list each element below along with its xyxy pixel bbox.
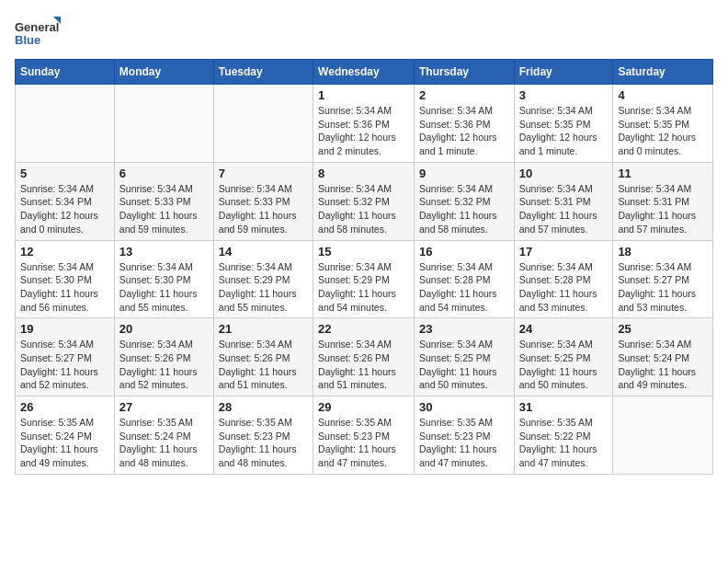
day-info: Sunrise: 5:34 AM Sunset: 5:29 PM Dayligh…	[318, 260, 409, 315]
day-number: 27	[119, 400, 209, 414]
calendar-cell: 17Sunrise: 5:34 AM Sunset: 5:28 PM Dayli…	[514, 240, 613, 318]
day-number: 6	[119, 167, 209, 180]
weekday-header-monday: Monday	[114, 60, 213, 85]
calendar-cell: 18Sunrise: 5:34 AM Sunset: 5:27 PM Dayli…	[613, 240, 713, 318]
calendar-cell: 2Sunrise: 5:34 AM Sunset: 5:36 PM Daylig…	[414, 85, 514, 163]
day-number: 13	[119, 245, 209, 259]
day-info: Sunrise: 5:34 AM Sunset: 5:31 PM Dayligh…	[519, 182, 609, 236]
svg-text:Blue: Blue	[15, 33, 40, 47]
calendar-header-row: SundayMondayTuesdayWednesdayThursdayFrid…	[16, 60, 713, 85]
day-number: 5	[20, 167, 109, 180]
calendar-cell: 20Sunrise: 5:34 AM Sunset: 5:26 PM Dayli…	[114, 318, 213, 396]
day-number: 26	[20, 400, 109, 414]
day-info: Sunrise: 5:34 AM Sunset: 5:28 PM Dayligh…	[519, 260, 609, 315]
calendar-cell: 29Sunrise: 5:35 AM Sunset: 5:23 PM Dayli…	[313, 396, 415, 475]
day-number: 21	[219, 322, 308, 336]
day-info: Sunrise: 5:34 AM Sunset: 5:25 PM Dayligh…	[419, 338, 509, 392]
day-info: Sunrise: 5:34 AM Sunset: 5:30 PM Dayligh…	[119, 260, 209, 315]
day-number: 28	[219, 400, 308, 414]
calendar-cell: 6Sunrise: 5:34 AM Sunset: 5:33 PM Daylig…	[114, 162, 213, 240]
calendar-cell: 16Sunrise: 5:34 AM Sunset: 5:28 PM Dayli…	[414, 240, 514, 318]
weekday-header-tuesday: Tuesday	[213, 60, 313, 85]
calendar-cell: 8Sunrise: 5:34 AM Sunset: 5:32 PM Daylig…	[313, 162, 415, 240]
day-number: 1	[318, 88, 409, 102]
calendar-week-row: 1Sunrise: 5:34 AM Sunset: 5:36 PM Daylig…	[16, 85, 713, 163]
day-info: Sunrise: 5:34 AM Sunset: 5:26 PM Dayligh…	[318, 338, 409, 392]
day-info: Sunrise: 5:35 AM Sunset: 5:22 PM Dayligh…	[519, 416, 609, 470]
day-number: 29	[318, 400, 409, 414]
calendar-cell: 7Sunrise: 5:34 AM Sunset: 5:33 PM Daylig…	[213, 162, 313, 240]
calendar-week-row: 19Sunrise: 5:34 AM Sunset: 5:27 PM Dayli…	[16, 318, 713, 396]
day-number: 25	[618, 322, 708, 336]
calendar-cell: 19Sunrise: 5:34 AM Sunset: 5:27 PM Dayli…	[16, 318, 115, 396]
day-info: Sunrise: 5:35 AM Sunset: 5:23 PM Dayligh…	[219, 416, 308, 470]
day-info: Sunrise: 5:35 AM Sunset: 5:24 PM Dayligh…	[119, 416, 209, 470]
calendar-cell: 26Sunrise: 5:35 AM Sunset: 5:24 PM Dayli…	[16, 396, 115, 475]
calendar-cell: 22Sunrise: 5:34 AM Sunset: 5:26 PM Dayli…	[313, 318, 415, 396]
calendar-cell: 28Sunrise: 5:35 AM Sunset: 5:23 PM Dayli…	[213, 396, 313, 475]
day-number: 10	[519, 167, 609, 180]
day-number: 15	[318, 245, 409, 259]
calendar-cell: 13Sunrise: 5:34 AM Sunset: 5:30 PM Dayli…	[114, 240, 213, 318]
day-info: Sunrise: 5:34 AM Sunset: 5:26 PM Dayligh…	[219, 338, 308, 392]
calendar-cell	[213, 85, 313, 163]
day-number: 14	[219, 245, 308, 259]
calendar-week-row: 12Sunrise: 5:34 AM Sunset: 5:30 PM Dayli…	[16, 240, 713, 318]
day-info: Sunrise: 5:35 AM Sunset: 5:23 PM Dayligh…	[419, 416, 509, 470]
calendar-week-row: 5Sunrise: 5:34 AM Sunset: 5:34 PM Daylig…	[16, 162, 713, 240]
calendar-cell	[114, 85, 213, 163]
day-info: Sunrise: 5:34 AM Sunset: 5:32 PM Dayligh…	[419, 182, 509, 236]
calendar-cell: 31Sunrise: 5:35 AM Sunset: 5:22 PM Dayli…	[514, 396, 613, 475]
weekday-header-wednesday: Wednesday	[313, 60, 415, 85]
day-info: Sunrise: 5:34 AM Sunset: 5:32 PM Dayligh…	[318, 182, 409, 236]
calendar-cell: 5Sunrise: 5:34 AM Sunset: 5:34 PM Daylig…	[16, 162, 115, 240]
day-info: Sunrise: 5:34 AM Sunset: 5:27 PM Dayligh…	[20, 338, 109, 392]
calendar-cell: 30Sunrise: 5:35 AM Sunset: 5:23 PM Dayli…	[414, 396, 514, 475]
calendar-cell: 25Sunrise: 5:34 AM Sunset: 5:24 PM Dayli…	[613, 318, 713, 396]
day-info: Sunrise: 5:34 AM Sunset: 5:34 PM Dayligh…	[20, 182, 109, 236]
day-number: 4	[618, 88, 708, 102]
logo-svg: General Blue	[15, 15, 61, 52]
calendar-cell: 10Sunrise: 5:34 AM Sunset: 5:31 PM Dayli…	[514, 162, 613, 240]
day-number: 17	[519, 245, 609, 259]
day-info: Sunrise: 5:34 AM Sunset: 5:26 PM Dayligh…	[119, 338, 209, 392]
day-number: 8	[318, 167, 409, 180]
calendar-cell	[613, 396, 713, 475]
day-number: 19	[20, 322, 109, 336]
day-number: 30	[419, 400, 509, 414]
day-info: Sunrise: 5:35 AM Sunset: 5:24 PM Dayligh…	[20, 416, 109, 470]
weekday-header-friday: Friday	[514, 60, 613, 85]
calendar-cell: 3Sunrise: 5:34 AM Sunset: 5:35 PM Daylig…	[514, 85, 613, 163]
day-info: Sunrise: 5:34 AM Sunset: 5:33 PM Dayligh…	[219, 182, 308, 236]
day-number: 7	[219, 167, 308, 180]
day-number: 23	[419, 322, 509, 336]
day-number: 16	[419, 245, 509, 259]
calendar-cell: 15Sunrise: 5:34 AM Sunset: 5:29 PM Dayli…	[313, 240, 415, 318]
day-number: 2	[419, 88, 509, 102]
logo: General Blue	[15, 15, 61, 52]
day-info: Sunrise: 5:35 AM Sunset: 5:23 PM Dayligh…	[318, 416, 409, 470]
weekday-header-saturday: Saturday	[613, 60, 713, 85]
day-number: 20	[119, 322, 209, 336]
day-number: 22	[318, 322, 409, 336]
weekday-header-thursday: Thursday	[414, 60, 514, 85]
calendar-cell: 23Sunrise: 5:34 AM Sunset: 5:25 PM Dayli…	[414, 318, 514, 396]
page-header: General Blue	[15, 15, 713, 52]
weekday-header-sunday: Sunday	[16, 60, 115, 85]
day-number: 9	[419, 167, 509, 180]
day-info: Sunrise: 5:34 AM Sunset: 5:27 PM Dayligh…	[618, 260, 708, 315]
calendar-cell: 1Sunrise: 5:34 AM Sunset: 5:36 PM Daylig…	[313, 85, 415, 163]
day-number: 31	[519, 400, 609, 414]
calendar-cell: 11Sunrise: 5:34 AM Sunset: 5:31 PM Dayli…	[613, 162, 713, 240]
calendar-cell: 27Sunrise: 5:35 AM Sunset: 5:24 PM Dayli…	[114, 396, 213, 475]
day-number: 3	[519, 88, 609, 102]
day-info: Sunrise: 5:34 AM Sunset: 5:35 PM Dayligh…	[519, 104, 609, 158]
day-info: Sunrise: 5:34 AM Sunset: 5:28 PM Dayligh…	[419, 260, 509, 315]
day-number: 18	[618, 245, 708, 259]
day-info: Sunrise: 5:34 AM Sunset: 5:31 PM Dayligh…	[618, 182, 708, 236]
day-info: Sunrise: 5:34 AM Sunset: 5:36 PM Dayligh…	[419, 104, 509, 158]
calendar-cell: 21Sunrise: 5:34 AM Sunset: 5:26 PM Dayli…	[213, 318, 313, 396]
day-info: Sunrise: 5:34 AM Sunset: 5:30 PM Dayligh…	[20, 260, 109, 315]
calendar-cell: 12Sunrise: 5:34 AM Sunset: 5:30 PM Dayli…	[16, 240, 115, 318]
day-info: Sunrise: 5:34 AM Sunset: 5:25 PM Dayligh…	[519, 338, 609, 392]
